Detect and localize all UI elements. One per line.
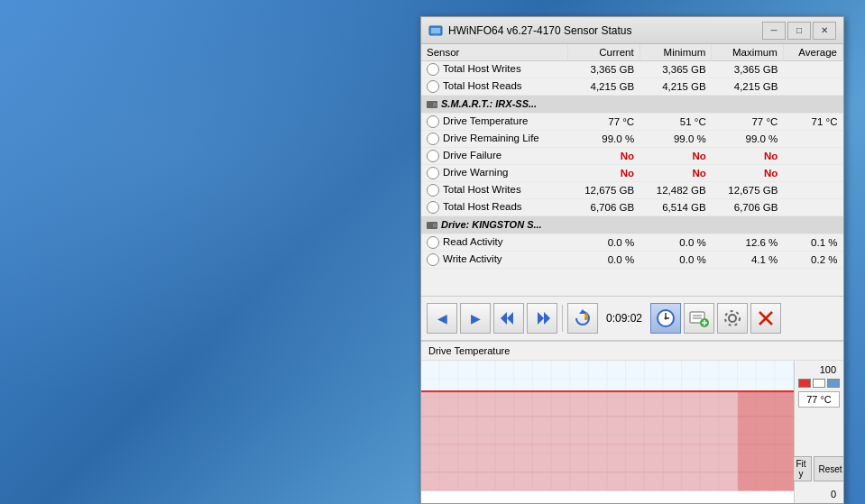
close-toolbar-button[interactable] xyxy=(750,303,781,334)
legend-white xyxy=(813,379,825,388)
add-sensor-button[interactable] xyxy=(684,303,714,334)
sensor-maximum: No xyxy=(712,148,784,165)
sensor-maximum: 77 °C xyxy=(712,114,784,131)
sensor-average: 71 °C xyxy=(783,114,842,131)
sensor-minimum: 4,215 GB xyxy=(640,78,712,96)
sensor-minimum: 0.0 % xyxy=(640,252,712,269)
col-sensor: Sensor xyxy=(421,44,568,61)
sensor-name-cell: Total Host Writes xyxy=(421,182,568,199)
sensor-minimum: No xyxy=(640,165,712,182)
table-row: Total Host Writes12,675 GB12,482 GB12,67… xyxy=(421,182,843,199)
chart-body: 100 77 °C Fit y Reset 0 xyxy=(421,361,843,503)
sensor-average xyxy=(783,61,842,78)
svg-rect-38 xyxy=(738,390,794,392)
double-arrow-right-icon xyxy=(501,312,517,325)
chart-canvas xyxy=(421,361,794,503)
svg-marker-11 xyxy=(538,312,544,325)
sensor-name-cell: Drive Warning xyxy=(421,165,568,182)
sensor-maximum: 6,706 GB xyxy=(712,199,784,216)
col-minimum: Minimum xyxy=(640,44,712,61)
chart-top-value: 100 xyxy=(820,364,836,375)
sensor-name-cell: Total Host Reads xyxy=(421,199,568,216)
nav-left-button[interactable]: ◀ xyxy=(427,303,457,334)
clock-button[interactable] xyxy=(650,303,681,334)
svg-rect-2 xyxy=(433,34,438,35)
legend-red xyxy=(798,379,811,388)
table-body: Total Host Writes3,365 GB3,365 GB3,365 G… xyxy=(421,61,843,269)
svg-point-19 xyxy=(665,317,667,320)
chart-title: Drive Temperature xyxy=(421,342,843,361)
close-window-button[interactable]: ✕ xyxy=(813,22,836,40)
sensor-maximum: 12,675 GB xyxy=(712,182,784,199)
minimize-button[interactable]: ─ xyxy=(762,22,786,40)
sensor-name-cell: Total Host Reads xyxy=(421,78,568,96)
table-row: Read Activity0.0 %0.0 %12.6 %0.1 % xyxy=(421,234,843,252)
nav-right2-button[interactable] xyxy=(527,303,557,334)
section-header-2: Drive: KINGSTON S... xyxy=(421,216,843,234)
table-row: Total Host Writes3,365 GB3,365 GB3,365 G… xyxy=(421,61,843,78)
sensor-average: 0.1 % xyxy=(783,234,842,252)
sensor-table-area: Sensor Current Minimum Maximum Average T… xyxy=(421,44,843,296)
table-row: Drive Remaining Life99.0 %99.0 %99.0 % xyxy=(421,131,843,148)
svg-marker-10 xyxy=(507,312,513,325)
sensor-name-cell: Read Activity xyxy=(421,234,568,252)
hdd-icon xyxy=(427,220,437,231)
svg-point-27 xyxy=(725,311,740,325)
sensor-minimum: 12,482 GB xyxy=(640,182,712,199)
sensor-average xyxy=(783,131,842,148)
sensor-current: 3,365 GB xyxy=(568,61,640,78)
sensor-current: 0.0 % xyxy=(568,252,640,269)
section-header-1: S.M.A.R.T.: IRX-SS... xyxy=(421,96,843,114)
sensor-minimum: 6,514 GB xyxy=(640,199,712,216)
svg-rect-35 xyxy=(421,390,738,491)
chart-current-value: 77 °C xyxy=(798,391,840,408)
toolbar-time: 0:09:02 xyxy=(601,312,648,325)
chart-legend xyxy=(798,379,840,388)
chart-right-panel: 100 77 °C Fit y Reset 0 xyxy=(794,361,843,503)
settings-button[interactable] xyxy=(717,303,748,334)
table-row: Drive Temperature77 °C51 °C77 °C71 °C xyxy=(421,114,843,131)
sensor-minimum: 3,365 GB xyxy=(640,61,712,78)
sensor-average xyxy=(783,182,842,199)
nav-left2-button[interactable] xyxy=(493,303,524,334)
maximize-button[interactable]: □ xyxy=(787,22,811,40)
nav-right-button[interactable]: ▶ xyxy=(460,303,491,334)
svg-point-5 xyxy=(434,104,436,105)
sensor-maximum: 99.0 % xyxy=(712,131,784,148)
table-row: Write Activity0.0 %0.0 %4.1 %0.2 % xyxy=(421,252,843,269)
col-current: Current xyxy=(568,44,640,61)
chart-area: Drive Temperature xyxy=(421,341,843,503)
svg-point-14 xyxy=(584,313,588,316)
sensor-average: 0.2 % xyxy=(783,252,842,269)
sensor-current: 77 °C xyxy=(568,114,640,131)
chart-bottom-value: 0 xyxy=(831,489,836,499)
table-row: Total Host Reads6,706 GB6,514 GB6,706 GB xyxy=(421,199,843,216)
sensor-current: No xyxy=(568,148,640,165)
svg-rect-1 xyxy=(431,28,440,33)
sensor-average xyxy=(783,165,842,182)
sensor-maximum: 4,215 GB xyxy=(712,78,784,96)
refresh-button[interactable] xyxy=(567,303,598,334)
sensor-current: 12,675 GB xyxy=(568,182,640,199)
app-icon xyxy=(428,23,443,38)
sensor-minimum: No xyxy=(640,148,712,165)
sensor-current: 99.0 % xyxy=(568,131,640,148)
table-row: Total Host Reads4,215 GB4,215 GB4,215 GB xyxy=(421,78,843,96)
table-header: Sensor Current Minimum Maximum Average xyxy=(421,44,843,61)
add-sensor-icon xyxy=(689,308,709,328)
sensor-average xyxy=(783,78,842,96)
sensor-current: 4,215 GB xyxy=(568,78,640,96)
sensor-current: No xyxy=(568,165,640,182)
col-average: Average xyxy=(783,44,842,61)
sensor-table: Sensor Current Minimum Maximum Average T… xyxy=(421,44,843,269)
sensor-name-cell: Drive Temperature xyxy=(421,114,568,131)
toolbar-separator-1 xyxy=(562,305,563,332)
sensor-minimum: 99.0 % xyxy=(640,131,712,148)
arrow-left-icon: ◀ xyxy=(437,311,447,325)
reset-button[interactable]: Reset xyxy=(814,456,844,481)
sensor-average xyxy=(783,148,842,165)
window-title: HWiNFO64 v6.27-4170 Sensor Status xyxy=(448,24,762,37)
chart-grid-svg xyxy=(421,361,794,491)
table-scroll[interactable]: Sensor Current Minimum Maximum Average T… xyxy=(421,44,843,296)
sensor-average xyxy=(783,199,842,216)
